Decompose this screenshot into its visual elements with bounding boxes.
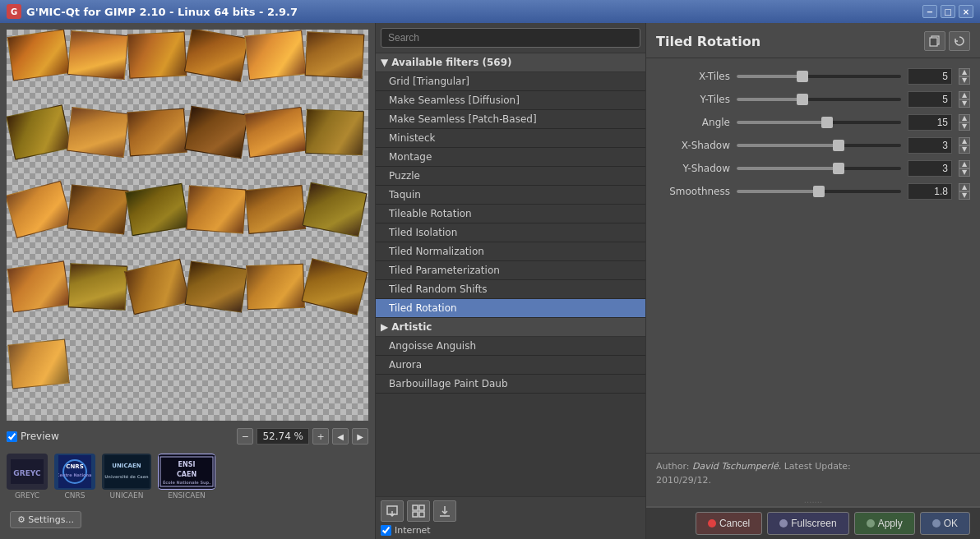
angle-thumb[interactable] [821, 117, 833, 128]
svg-rect-6 [104, 455, 150, 488]
filter-item-make-seamless-diffusion[interactable]: Make Seamless [Diffusion] [376, 91, 645, 110]
filter-item-tiled-rotation[interactable]: Tiled Rotation [376, 299, 645, 318]
tile [7, 104, 72, 159]
filter-item-puzzle[interactable]: Puzzle [376, 167, 645, 186]
filter-item-montage[interactable]: Montage [376, 148, 645, 167]
tile [184, 106, 248, 159]
smoothness-thumb[interactable] [813, 186, 825, 197]
svg-rect-18 [413, 512, 418, 517]
yshadow-thumb[interactable] [833, 163, 844, 174]
filter-item-tileable-rotation[interactable]: Tileable Rotation [376, 205, 645, 223]
import-button[interactable] [381, 500, 404, 522]
angle-up[interactable]: ▲ [959, 114, 970, 122]
tile [68, 263, 128, 311]
manage-button[interactable] [407, 500, 430, 522]
prev-image-button[interactable]: ◀ [332, 428, 349, 445]
filter-item-aurora[interactable]: Aurora [376, 356, 645, 375]
preview-checkbox[interactable]: Preview [7, 431, 59, 442]
xtiles-up[interactable]: ▲ [959, 68, 970, 76]
zoom-out-button[interactable]: − [237, 428, 253, 445]
left-panel: Preview − 52.74 % + ◀ ▶ GREYC GREYC [0, 23, 375, 539]
ytiles-value[interactable] [908, 91, 952, 108]
ytiles-down[interactable]: ▼ [959, 99, 970, 108]
tile [246, 264, 305, 310]
xshadow-thumb[interactable] [833, 140, 844, 151]
yshadow-label: Y-Shadow [656, 163, 730, 174]
filter-item-angoisse[interactable]: Angoisse Anguish [376, 337, 645, 356]
ytiles-slider[interactable] [737, 91, 901, 108]
svg-rect-16 [413, 505, 418, 510]
internet-row: Internet [381, 525, 640, 536]
search-input[interactable] [381, 28, 640, 48]
yshadow-up[interactable]: ▲ [959, 160, 970, 168]
author-info: Author: David Tschumperlé. Latest Update… [646, 453, 980, 494]
preview-toggle[interactable] [7, 431, 17, 442]
internet-toggle[interactable] [381, 525, 391, 536]
tile [184, 30, 248, 82]
xshadow-down[interactable]: ▼ [959, 145, 970, 154]
refresh-button[interactable] [949, 31, 970, 51]
tile [7, 260, 71, 312]
tile [305, 31, 365, 79]
divider: ....... [646, 494, 980, 506]
filter-item-barbouillage[interactable]: Barbouillage Paint Daub [376, 375, 645, 394]
xtiles-down[interactable]: ▼ [959, 76, 970, 85]
xtiles-slider[interactable] [737, 68, 901, 85]
settings-button[interactable]: ⚙ Settings... [10, 511, 81, 528]
smoothness-down[interactable]: ▼ [959, 191, 970, 200]
yshadow-value[interactable] [908, 160, 952, 177]
filter-item-grid-triangular[interactable]: Grid [Triangular] [376, 72, 645, 91]
tile [302, 182, 367, 237]
internet-label: Internet [395, 525, 431, 536]
smoothness-up[interactable]: ▲ [959, 183, 970, 191]
minimize-button[interactable]: − [922, 5, 937, 18]
apply-button[interactable]: Apply [854, 512, 915, 535]
filter-item-taquin[interactable]: Taquin [376, 186, 645, 205]
xtiles-value[interactable] [908, 68, 952, 85]
maximize-button[interactable]: □ [941, 5, 955, 18]
svg-text:CAEN: CAEN [177, 471, 196, 478]
middle-bottom: Internet [376, 496, 645, 539]
angle-value[interactable] [908, 114, 952, 131]
middle-panel: ▼ Available filters (569) Grid [Triangul… [375, 23, 646, 539]
download-button[interactable] [433, 500, 456, 522]
copy-button[interactable] [924, 31, 945, 51]
angle-down[interactable]: ▼ [959, 122, 970, 131]
xshadow-slider[interactable] [737, 137, 901, 154]
filter-item-tiled-normalization[interactable]: Tiled Normalization [376, 242, 645, 261]
svg-rect-23 [930, 38, 937, 46]
xtiles-thumb[interactable] [797, 71, 808, 82]
xshadow-value[interactable] [908, 137, 952, 154]
artistic-category[interactable]: ▶ Artistic [376, 318, 645, 337]
next-image-button[interactable]: ▶ [352, 428, 368, 445]
tile [125, 183, 189, 236]
ytiles-track [737, 98, 901, 101]
ytiles-thumb[interactable] [797, 94, 808, 105]
param-row-xshadow: X-Shadow ▲ ▼ [656, 137, 970, 154]
filter-item-make-seamless-patch[interactable]: Make Seamless [Patch-Based] [376, 110, 645, 129]
angle-slider[interactable] [737, 114, 901, 131]
available-filters-header[interactable]: ▼ Available filters (569) [376, 53, 645, 72]
xshadow-up[interactable]: ▲ [959, 137, 970, 145]
right-panel: Tiled Rotation X-Tile [646, 23, 980, 539]
close-button[interactable]: × [959, 5, 973, 18]
cnrs-logo: CNRS Centre National CNRS [54, 454, 95, 500]
download-icon [438, 504, 451, 518]
ytiles-up[interactable]: ▲ [959, 91, 970, 99]
zoom-in-button[interactable]: + [312, 428, 329, 445]
filter-item-tiled-parameterization[interactable]: Tiled Parameterization [376, 261, 645, 280]
filter-list[interactable]: ▼ Available filters (569) Grid [Triangul… [376, 53, 645, 496]
cancel-button[interactable]: Cancel [696, 512, 762, 535]
filter-item-tiled-random-shifts[interactable]: Tiled Random Shifts [376, 280, 645, 299]
filter-item-tiled-isolation[interactable]: Tiled Isolation [376, 223, 645, 242]
yshadow-slider[interactable] [737, 160, 901, 177]
filter-item-ministeck[interactable]: Ministeck [376, 129, 645, 148]
yshadow-down[interactable]: ▼ [959, 168, 970, 177]
author-name: David Tschumperlé. [692, 461, 781, 472]
fullscreen-button[interactable]: Fullscreen [767, 512, 848, 535]
tile [244, 107, 307, 158]
filter-title-actions [924, 31, 970, 51]
ok-button[interactable]: OK [920, 512, 970, 535]
smoothness-slider[interactable] [737, 183, 901, 200]
smoothness-value[interactable] [908, 183, 952, 200]
